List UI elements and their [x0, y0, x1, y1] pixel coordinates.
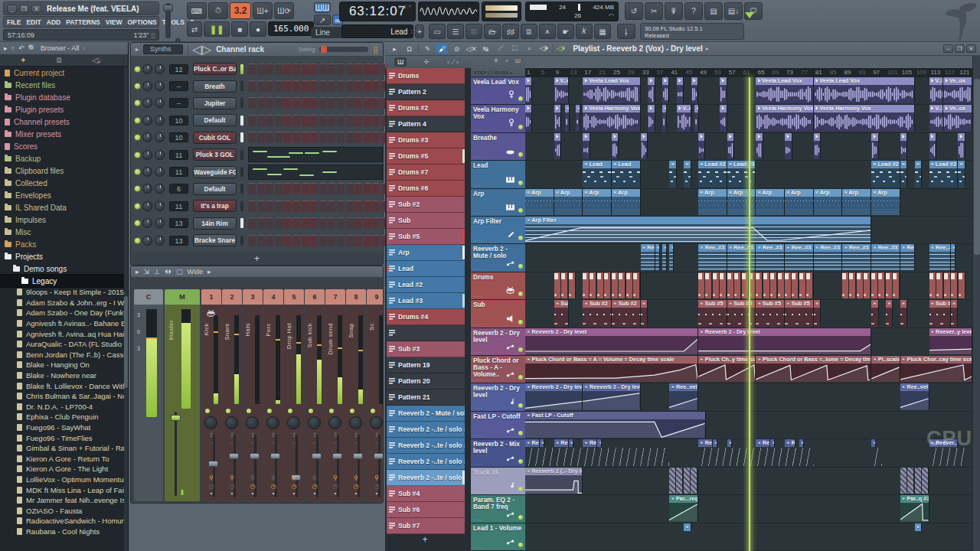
track-led[interactable] — [518, 320, 523, 324]
track-led[interactable] — [518, 543, 523, 547]
track-pan-knob[interactable] — [246, 416, 259, 429]
step-cell[interactable] — [283, 80, 291, 92]
master-pitch-slider[interactable] — [165, 3, 171, 38]
step-cell[interactable] — [372, 217, 380, 229]
channel-piano-preview[interactable] — [248, 147, 383, 162]
mute-tool-icon[interactable]: ◁✕ — [466, 44, 477, 54]
piano-roll-window-icon[interactable]: 𝄙 — [466, 24, 482, 39]
clip[interactable]: ≡ Arp — [698, 189, 727, 215]
loop-record-icon[interactable]: Ш⟳ — [274, 2, 294, 19]
mixer-track-snare[interactable]: 2Snare⇕⇔⚲◷• — [222, 289, 242, 501]
channel-button[interactable]: Cubit GOL — [193, 132, 237, 144]
clip[interactable]: ⏵ — [900, 133, 907, 159]
clip[interactable]: ≡ Arp — [871, 189, 900, 215]
step-cell[interactable] — [337, 132, 345, 143]
track-pan-knob[interactable] — [308, 416, 321, 429]
pattern-item[interactable]: Reeverb 2 -..te / solo #5 — [387, 438, 465, 454]
delay-clock-icon[interactable]: ◷ — [222, 483, 242, 490]
track-enable-led[interactable] — [350, 409, 354, 413]
step-cell[interactable] — [257, 235, 265, 246]
step-cell[interactable] — [319, 201, 327, 212]
clip[interactable]: ≡ Arp — [612, 189, 641, 215]
step-cell[interactable] — [364, 183, 371, 194]
clip[interactable]: ⏵ — [814, 133, 821, 159]
step-cell[interactable] — [275, 183, 283, 194]
clip[interactable]: ≡ Arp — [554, 189, 583, 215]
clip[interactable]: ≡ Lead #2 — [698, 161, 727, 187]
channel-button[interactable]: Jupiter — [193, 97, 237, 109]
channel-mixer-target[interactable]: 12 — [169, 64, 188, 74]
channel-volume-knob[interactable] — [155, 132, 165, 142]
step-cell[interactable] — [257, 115, 265, 126]
clip[interactable]: ∘ Ree..el — [756, 439, 770, 448]
clip[interactable]: ∘ — [684, 523, 691, 531]
demo-song-item[interactable]: AuraQualic - DATA (FL Studio Remix) — [0, 339, 124, 350]
clip[interactable]: ∘ — [597, 439, 602, 448]
pattern-item[interactable]: Pattern 20 — [387, 373, 465, 390]
clip[interactable]: ⏵ — [958, 133, 965, 159]
clip[interactable]: ∘ Reeverb 2 - Dry level — [525, 383, 583, 409]
step-cell[interactable] — [346, 115, 354, 126]
playlist-track-header[interactable]: Fast LP - Cutoff.... — [471, 412, 525, 439]
mixer-track-snap[interactable]: 8Snap⇕⇔⚲◷• — [346, 289, 366, 501]
clip[interactable]: ∘ Ree..#3 — [756, 244, 785, 270]
playlist-ruler[interactable]: 1591317212529333741454953576165697377818… — [525, 56, 972, 77]
step-cell[interactable] — [328, 201, 335, 212]
clip[interactable]: ∘ Ree..#5 — [929, 244, 951, 270]
browser-item[interactable]: Projects — [0, 250, 124, 262]
track-pan-knob[interactable] — [328, 416, 341, 429]
step-cell[interactable] — [257, 132, 265, 143]
step-cell[interactable] — [275, 64, 283, 75]
step-cell[interactable] — [266, 97, 273, 109]
clip[interactable]: ⏵ — [677, 77, 684, 103]
clip[interactable]: ∘ — [871, 439, 876, 448]
step-cell[interactable] — [257, 201, 265, 212]
clip[interactable]: ∘ Par...req — [669, 495, 698, 521]
select-tool-icon[interactable]: ⛶ — [509, 44, 521, 54]
channel-button[interactable]: Default — [193, 114, 237, 126]
step-cell[interactable] — [275, 201, 283, 212]
step-cell[interactable] — [319, 97, 327, 109]
clip[interactable]: ⏵ Veela Lead Vox — [756, 77, 813, 103]
clip[interactable]: ∘ — [814, 300, 821, 326]
step-cell[interactable] — [328, 235, 335, 246]
channel-mixer-target[interactable]: 10 — [169, 116, 188, 126]
channel-enable-led[interactable] — [135, 238, 140, 243]
step-cell[interactable] — [346, 235, 354, 246]
master-fader[interactable] — [171, 415, 181, 421]
channel-enable-led[interactable] — [135, 204, 140, 209]
channel-mixer-target[interactable]: -- — [169, 81, 188, 91]
playlist-track-header[interactable]: Track 15.... — [471, 468, 525, 495]
pattern-item[interactable]: Arp — [387, 245, 465, 261]
clip[interactable]: ∘ Reeverb 2 (..- Dry level — [525, 468, 583, 494]
pattern-item[interactable]: Lead — [387, 261, 465, 277]
track-fader[interactable] — [208, 461, 218, 467]
trash-icon[interactable]: ▯ — [151, 31, 155, 39]
track-led[interactable] — [518, 125, 523, 129]
channel-pan-knob[interactable] — [142, 201, 152, 211]
browser-item[interactable]: Plugin database — [0, 91, 124, 103]
clip[interactable]: ∘ Sub — [554, 300, 569, 326]
step-cell[interactable] — [354, 80, 362, 92]
mixer-menu-arrow-icon[interactable]: ▸ — [136, 268, 139, 276]
fx-enable-icon[interactable]: ⚲ — [367, 474, 384, 481]
picker-tab-automation-icon[interactable]: ∘⟋∘ — [446, 58, 460, 67]
demo-song-item[interactable]: Blake ft. Lollievox - Dance With Me — [0, 380, 124, 391]
fx-enable-icon[interactable]: ⚲ — [305, 474, 325, 481]
slip-tool-icon[interactable]: ↹ — [480, 44, 492, 54]
track-pan-knob[interactable] — [349, 416, 362, 429]
rack-detach-icon[interactable]: ◁▷ — [193, 42, 212, 57]
clip[interactable]: ∘ Sub #2 — [583, 300, 612, 326]
channel-selector-indicator[interactable] — [240, 132, 243, 142]
clip[interactable]: ∘ — [915, 523, 922, 531]
clip[interactable]: ∘ Ree..#3 — [814, 244, 843, 270]
mixer-detach-icon[interactable]: ⇲ — [144, 268, 150, 276]
menu-patterns[interactable]: PATTERNS — [66, 18, 100, 26]
clip[interactable]: ⏵ Veela Lead Vox — [583, 77, 640, 103]
pencil-icon[interactable] — [508, 227, 514, 241]
step-cell[interactable] — [292, 80, 300, 92]
playlist-track-header[interactable]: Reeverb 2 - Dry level.... — [471, 383, 525, 411]
channel-piano-preview[interactable] — [248, 165, 383, 180]
step-cell[interactable] — [283, 64, 291, 75]
clip[interactable]: ∘ — [713, 439, 717, 448]
